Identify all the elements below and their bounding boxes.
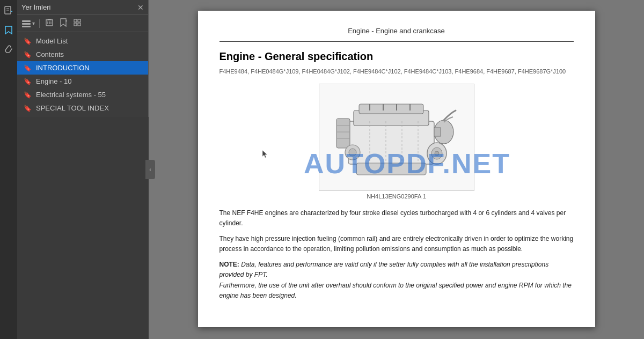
bookmark-item-special-tool[interactable]: 🔖 SPECIAL TOOL INDEX xyxy=(17,101,148,115)
bookmark-item-icon: 🔖 xyxy=(24,78,32,85)
svg-rect-26 xyxy=(336,119,350,148)
main-content: AUTOPDF.NET Engine - Engine and crankcas… xyxy=(149,0,644,339)
svg-rect-5 xyxy=(22,20,31,22)
bookmark-item-icon: 🔖 xyxy=(24,105,32,112)
svg-rect-6 xyxy=(22,23,31,25)
section-title: Engine - General specification xyxy=(219,50,574,63)
svg-rect-20 xyxy=(348,121,434,164)
svg-rect-19 xyxy=(78,23,80,26)
svg-rect-17 xyxy=(78,19,80,22)
bookmarks-header: Yer İmleri ✕ xyxy=(17,0,148,15)
bookmark-item-introduction[interactable]: 🔖 INTRODUCTION xyxy=(17,61,148,75)
svg-rect-16 xyxy=(74,19,77,22)
svg-rect-22 xyxy=(359,104,423,114)
bookmark-item-icon: 🔖 xyxy=(24,38,32,45)
bookmark-item-electrical-systems[interactable]: 🔖 Electrical systems - 55 xyxy=(17,88,148,101)
svg-rect-18 xyxy=(74,23,77,26)
svg-rect-23 xyxy=(356,163,426,175)
engine-image xyxy=(319,84,474,191)
engine-illustration xyxy=(327,89,466,186)
bookmarks-panel: Yer İmleri ✕ ▾ xyxy=(17,0,149,339)
toolbar-separator xyxy=(39,19,40,28)
svg-rect-25 xyxy=(434,128,441,136)
image-caption: NH4L13ENG0290FA 1 xyxy=(367,193,426,200)
paperclip-icon[interactable] xyxy=(2,43,15,56)
bookmarks-toolbar: ▾ xyxy=(17,15,148,32)
bookmarks-title: Yer İmleri xyxy=(21,3,50,11)
doc-note: NOTE: Data, features and performance are… xyxy=(219,260,574,301)
expand-all-button[interactable] xyxy=(72,18,83,29)
bookmark-item-label: Contents xyxy=(36,50,64,58)
view-dropdown-button[interactable]: ▾ xyxy=(21,20,35,27)
engine-image-container: NH4L13ENG0290FA 1 xyxy=(219,84,574,200)
delete-bookmark-button[interactable] xyxy=(44,17,55,30)
bookmark-item-label: SPECIAL TOOL INDEX xyxy=(36,104,109,112)
collapse-panel-arrow[interactable]: ‹ xyxy=(145,160,155,179)
icon-bar xyxy=(0,0,17,339)
page-header: Engine - Engine and crankcase xyxy=(219,27,574,35)
note-text: Data, features and performance are valid… xyxy=(219,261,572,299)
bookmark-item-label: Model List xyxy=(36,37,68,45)
paragraph-1: The NEF F4HE engines are characterized b… xyxy=(219,208,574,229)
paragraph-2: They have high pressure injection fuelin… xyxy=(219,234,574,254)
bookmark-item-label: INTRODUCTION xyxy=(36,64,90,72)
page-divider xyxy=(219,41,574,42)
svg-point-34 xyxy=(349,149,356,156)
bookmark-panel-icon[interactable] xyxy=(2,24,15,36)
bookmark-item-model-list[interactable]: 🔖 Model List xyxy=(17,34,148,48)
svg-point-32 xyxy=(435,151,439,156)
spec-codes: F4HE9484, F4HE0484G*J109, F4HE0484G*J102… xyxy=(219,67,574,76)
note-bold-label: NOTE: xyxy=(219,261,239,268)
bookmark-item-contents[interactable]: 🔖 Contents xyxy=(17,48,148,61)
bookmark-item-icon: 🔖 xyxy=(24,91,32,99)
close-panel-button[interactable]: ✕ xyxy=(137,4,144,11)
bookmark-item-icon: 🔖 xyxy=(24,64,32,72)
bookmark-item-engine-10[interactable]: 🔖 Engine - 10 xyxy=(17,75,148,88)
document-page: AUTOPDF.NET Engine - Engine and crankcas… xyxy=(198,11,595,327)
bookmark-item-label: Engine - 10 xyxy=(36,77,72,85)
svg-rect-13 xyxy=(48,19,51,20)
bookmarks-list: 🔖 Model List 🔖 Contents 🔖 INTRODUCTION 🔖… xyxy=(17,32,148,117)
bookmark-item-icon: 🔖 xyxy=(24,51,32,58)
new-document-icon[interactable] xyxy=(2,4,15,17)
bookmark-item-label: Electrical systems - 55 xyxy=(36,91,106,99)
svg-rect-7 xyxy=(22,26,31,27)
add-bookmark-button[interactable] xyxy=(58,17,69,30)
